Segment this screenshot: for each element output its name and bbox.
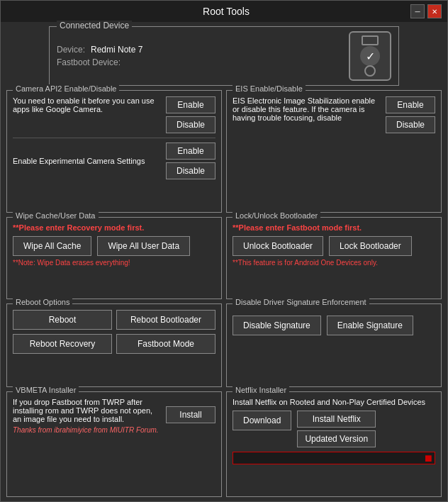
netflix-legend: Netflix Installer: [233, 386, 289, 394]
close-button[interactable]: ✕: [427, 4, 442, 18]
wipe-cache-button[interactable]: Wipe All Cache: [13, 236, 91, 256]
camera-api2-group: Camera API2 Enable/Disable You need to e…: [6, 90, 222, 213]
device-label: Device:: [57, 45, 85, 55]
vbmeta-install-button[interactable]: Install: [166, 406, 215, 423]
netflix-group: Netflix Installer Install Netflix on Roo…: [226, 391, 442, 498]
reboot-options-group: Reboot Options Reboot Reboot Bootloader …: [6, 303, 222, 387]
phone-icon: ✓: [349, 31, 391, 81]
check-icon: ✓: [360, 46, 380, 66]
fastboot-label: Fastboot Device:: [57, 57, 121, 67]
netflix-progress-bar: ⏹: [233, 452, 435, 464]
wipe-legend: Wipe Cache/User Data: [13, 211, 99, 220]
connected-device-group: Connected Device Device: Redmi Note 7 Fa…: [49, 26, 399, 86]
eis-group: EIS Enable/Disable EIS Electronic Image …: [226, 90, 442, 213]
eis-enable-button[interactable]: Enable: [386, 96, 435, 113]
lock-note: **This feature is for Android One Device…: [233, 259, 435, 267]
wipe-user-button[interactable]: Wipe All User Data: [97, 236, 190, 256]
vbmeta-description: If you drop Fastboot from TWRP after ins…: [13, 398, 160, 423]
lock-unlock-group: Lock/Unlock Bootloader **Please enter Fa…: [226, 217, 442, 300]
netflix-updated-button[interactable]: Updated Version: [297, 430, 376, 447]
netflix-download-button[interactable]: Download: [233, 411, 291, 430]
lock-legend: Lock/Unlock Bootloader: [233, 211, 320, 220]
netflix-description: Install Netflix on Rooted and Non-Play C…: [233, 398, 435, 406]
root-tools-window: Root Tools ─ ✕ Connected Device Device: …: [0, 0, 448, 502]
vbmeta-credit: Thanks from ibrahimiyice from MIUITR For…: [13, 426, 215, 434]
lock-warning: **Please enter Fastboot mode first.: [233, 223, 435, 232]
camera-enable-button[interactable]: Enable: [166, 96, 215, 113]
reboot-button[interactable]: Reboot: [13, 310, 112, 330]
fastboot-mode-button[interactable]: Fastboot Mode: [116, 334, 215, 354]
netflix-stop-icon: ⏹: [423, 452, 433, 464]
vbmeta-legend: VBMETA Installer: [13, 386, 79, 394]
netflix-install-button[interactable]: Install Netflix: [297, 411, 376, 428]
connected-device-legend: Connected Device: [57, 21, 132, 30]
minimize-button[interactable]: ─: [410, 4, 425, 18]
camera-disable-button[interactable]: Disable: [166, 116, 215, 133]
disable-driver-group: Disable Driver Signature Enforcement Dis…: [226, 303, 442, 387]
camera-legend: Camera API2 Enable/Disable: [13, 84, 119, 93]
wipe-warning: **Please enter Recovery mode first.: [13, 223, 215, 232]
window-title: Root Tools: [42, 6, 410, 17]
experimental-label: Enable Experimental Camera Settings: [13, 157, 160, 165]
lock-bootloader-button[interactable]: Lock Bootloader: [329, 236, 412, 256]
exp-disable-button[interactable]: Disable: [166, 162, 215, 179]
eis-description: EIS Electronic Image Stabilization enabl…: [233, 96, 380, 122]
camera-description: You need to enable it before you can use…: [13, 96, 160, 113]
device-value: Redmi Note 7: [91, 45, 142, 55]
disable-driver-legend: Disable Driver Signature Enforcement: [233, 298, 369, 306]
enable-signature-button[interactable]: Enable Signature: [327, 316, 413, 335]
window-controls: ─ ✕: [410, 4, 442, 18]
reboot-legend: Reboot Options: [13, 298, 72, 306]
eis-legend: EIS Enable/Disable: [233, 84, 306, 93]
unlock-bootloader-button[interactable]: Unlock Bootloader: [233, 236, 323, 256]
reboot-bootloader-button[interactable]: Reboot Bootloader: [116, 310, 215, 330]
titlebar: Root Tools ─ ✕: [1, 1, 447, 22]
eis-disable-button[interactable]: Disable: [386, 116, 435, 133]
disable-signature-button[interactable]: Disable Signature: [233, 316, 321, 335]
wipe-note: **Note: Wipe Data erases everything!: [13, 259, 215, 267]
reboot-recovery-button[interactable]: Reboot Recovery: [13, 334, 112, 354]
vbmeta-group: VBMETA Installer If you drop Fastboot fr…: [6, 391, 222, 498]
wipe-cache-group: Wipe Cache/User Data **Please enter Reco…: [6, 217, 222, 300]
device-info: Device: Redmi Note 7 Fastboot Device:: [57, 45, 142, 67]
exp-enable-button[interactable]: Enable: [166, 143, 215, 160]
